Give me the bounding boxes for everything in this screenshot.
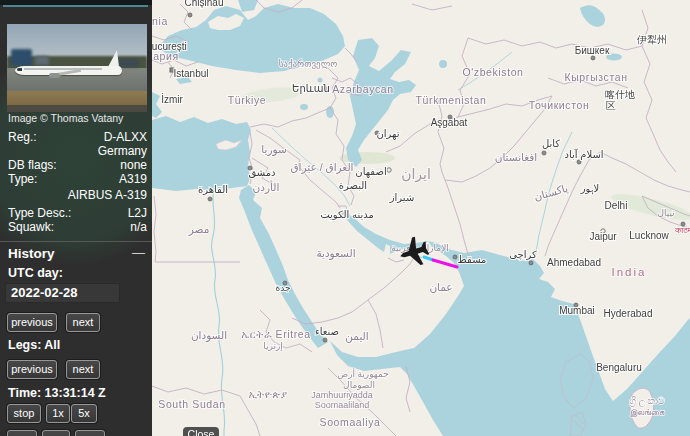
map-label: دمشق	[248, 167, 275, 178]
map-label: Türkiye	[228, 94, 267, 106]
map-label: India	[612, 266, 647, 278]
leg-previous-button[interactable]: previous	[7, 360, 57, 379]
map-label: काठमाडौं	[674, 225, 690, 235]
dbflags-value: none	[120, 158, 147, 172]
map-label: Chișinău	[185, 0, 224, 8]
city-marker	[577, 160, 581, 164]
photo-grass	[7, 91, 147, 106]
city-marker	[529, 261, 533, 265]
city-marker	[453, 255, 457, 259]
map-label: საქართველო	[279, 59, 338, 69]
map-label: لاہور	[580, 183, 599, 195]
map[interactable]: ChișinăuniaBucureștiарияIstanbulİzmirTür…	[152, 0, 690, 436]
time-label: Time: 13:31:14 Z	[8, 386, 106, 400]
info-label: Reg.:	[8, 130, 37, 144]
photo-plane-engine	[49, 73, 60, 77]
speed-button-partial[interactable]	[7, 430, 37, 436]
map-label: O'zbekiston	[462, 66, 523, 78]
city-marker	[387, 168, 391, 172]
map-label: تهران	[376, 128, 399, 140]
map-label: عمان	[429, 281, 452, 293]
map-label: شيراز	[389, 192, 415, 203]
map-label: ኢትዮጵያ	[248, 388, 287, 400]
map-label: اصفهان	[355, 166, 386, 178]
map-label: السعودية	[316, 247, 355, 260]
city-marker	[323, 338, 327, 342]
map-label: Türkmenistan	[416, 94, 487, 106]
map-label: اليمن	[345, 330, 368, 343]
map-label: Точикистон	[529, 99, 590, 111]
map-label: إرتريا	[263, 341, 283, 352]
app-window: Image © Thomas Vatany Reg.:D-ALXX German…	[0, 0, 690, 436]
map-label: البصرة	[339, 180, 367, 191]
legs-label: Legs: All	[8, 338, 60, 352]
map-label: Jaipur	[589, 231, 617, 242]
registration-value: D-ALXX	[104, 130, 147, 144]
map-label: Кыргызстан	[564, 71, 627, 83]
map-label: ايران	[401, 166, 431, 183]
day-next-button[interactable]: next	[66, 313, 100, 332]
country-value: Germany	[98, 144, 147, 158]
close-button[interactable]: Close	[183, 427, 219, 436]
city-marker	[591, 56, 595, 60]
map-label: Soomaaliland	[315, 400, 370, 410]
sidebar-accent-line	[3, 5, 148, 7]
map-label: Hyderabad	[604, 308, 653, 319]
photo-road	[7, 105, 147, 112]
map-label: كراچی	[509, 249, 537, 260]
map-label: مصر	[188, 223, 210, 236]
map-label: العراق / عێراق	[290, 161, 353, 174]
city-marker	[208, 197, 212, 201]
sidebar: Image © Thomas Vatany Reg.:D-ALXX German…	[0, 0, 153, 436]
map-label: Soomaaliya	[320, 416, 381, 428]
photo-plane-tail	[108, 50, 119, 67]
day-previous-button[interactable]: previous	[7, 313, 57, 332]
map-label: الأردن	[253, 180, 280, 194]
map-label: نیپال	[657, 208, 674, 218]
map-label: سوريا	[261, 143, 286, 156]
map-label: Bengaluru	[596, 362, 642, 373]
city-marker	[188, 13, 192, 17]
map-label: صنعاء	[315, 326, 339, 337]
speed-1x-button[interactable]: 1x	[46, 404, 70, 423]
map-label: Aşgabat	[431, 117, 468, 128]
map-label: nia	[152, 15, 168, 27]
info-label: Type Desc.:	[8, 206, 71, 220]
map-label: South Sudan	[158, 398, 225, 410]
map-label: İzmir	[161, 93, 183, 105]
map-label: 喀什地	[605, 89, 635, 100]
map-label: ария	[153, 50, 179, 62]
map-label: مسقط	[458, 254, 487, 265]
city-marker	[542, 151, 546, 155]
map-panel[interactable]: ChișinăuniaBucureștiарияIstanbulİzmirTür…	[152, 0, 690, 436]
photo-vehicle	[11, 49, 32, 67]
speed-5x-button[interactable]: 5x	[71, 404, 97, 423]
map-label: افغانستان	[495, 151, 538, 163]
collapse-section-icon[interactable]: —	[132, 245, 145, 260]
map-label: اسلام آباد	[564, 148, 603, 160]
map-label: 伊犁州	[636, 34, 667, 45]
map-label: Երևան	[292, 83, 330, 94]
type-value: A319	[119, 172, 147, 186]
leg-next-button[interactable]: next	[66, 360, 100, 379]
map-label: Lucknow	[629, 230, 669, 241]
map-label: Jamhuuriyadda	[311, 390, 373, 400]
stop-button[interactable]: stop	[7, 404, 41, 423]
map-label: السودان	[191, 329, 227, 342]
aircraft-photo[interactable]	[7, 24, 147, 112]
history-section-title: History	[8, 246, 55, 261]
utc-day-input[interactable]: 2022-02-28	[5, 283, 120, 303]
speed-button-partial[interactable]	[42, 430, 70, 436]
speed-button-partial[interactable]	[75, 430, 105, 436]
photo-plane-cockpit	[17, 68, 23, 72]
map-label: ශ්‍රී ලංකාව	[629, 396, 665, 407]
map-label: القاهرة	[198, 184, 228, 195]
map-label: Azərbaycan	[332, 83, 393, 95]
utc-day-label: UTC day:	[8, 266, 63, 280]
map-label: 区	[606, 100, 616, 111]
map-label: الصومال	[343, 380, 375, 390]
info-label: DB flags:	[8, 158, 57, 172]
photo-vehicle	[35, 56, 49, 66]
map-label: كابل	[542, 138, 560, 149]
photo-credit: Image © Thomas Vatany	[8, 112, 123, 124]
